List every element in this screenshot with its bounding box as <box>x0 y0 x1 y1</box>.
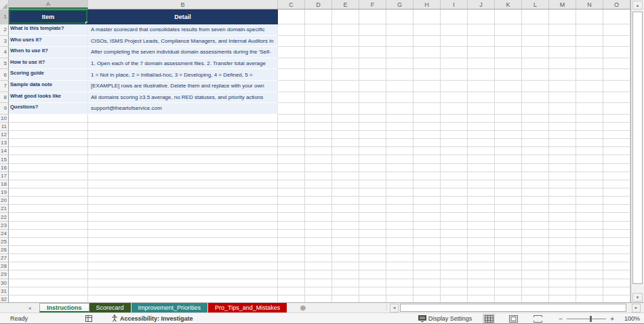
sheet-tab-scorecard[interactable]: Scorecard <box>89 303 132 312</box>
cell-N19[interactable] <box>576 188 603 197</box>
cell-E29[interactable] <box>332 270 359 279</box>
cell-L23[interactable] <box>522 222 549 230</box>
cell-B17[interactable] <box>88 172 278 180</box>
cell-M1[interactable] <box>549 9 576 24</box>
cell-O21[interactable] <box>603 205 630 213</box>
cell-H10[interactable] <box>414 115 441 123</box>
cell-I22[interactable] <box>441 213 468 221</box>
cell-I1[interactable] <box>441 9 468 24</box>
cell-L18[interactable] <box>522 180 549 188</box>
cell-F2[interactable] <box>359 24 386 36</box>
cell-I15[interactable] <box>441 155 468 163</box>
cell-I13[interactable] <box>441 139 468 147</box>
cell-M15[interactable] <box>549 155 576 163</box>
cell-G12[interactable] <box>386 131 414 139</box>
cell-B18[interactable] <box>88 180 278 188</box>
cell-I16[interactable] <box>441 164 468 172</box>
cell-G9[interactable] <box>386 103 414 115</box>
cell-D7[interactable] <box>305 81 332 92</box>
cell-N10[interactable] <box>576 115 603 123</box>
cell-G23[interactable] <box>386 222 414 230</box>
cell-I20[interactable] <box>441 197 468 205</box>
cell-F24[interactable] <box>359 230 386 238</box>
cell-J28[interactable] <box>468 262 495 270</box>
row-header-19[interactable]: 19 <box>0 188 9 197</box>
cell-O4[interactable] <box>603 47 630 58</box>
cell-A11[interactable] <box>9 123 88 131</box>
row-header-28[interactable]: 28 <box>0 262 9 270</box>
cell-D14[interactable] <box>305 147 332 155</box>
cell-H32[interactable] <box>414 296 441 302</box>
cell-O25[interactable] <box>603 238 630 246</box>
cell-C31[interactable] <box>278 287 305 296</box>
horizontal-scrollbar-thumb[interactable] <box>400 304 626 312</box>
cell-D2[interactable] <box>305 24 332 36</box>
cell-J12[interactable] <box>468 131 495 139</box>
cell-B28[interactable] <box>88 262 278 270</box>
cell-E28[interactable] <box>332 262 359 270</box>
cell-H3[interactable] <box>414 36 441 47</box>
cell-E27[interactable] <box>332 254 359 262</box>
cell-F28[interactable] <box>359 262 386 270</box>
cell-O32[interactable] <box>603 296 630 302</box>
cell-C1[interactable] <box>278 9 305 24</box>
cell-D26[interactable] <box>305 246 332 254</box>
cell-C18[interactable] <box>278 180 305 188</box>
cell-H31[interactable] <box>414 287 441 296</box>
cell-L10[interactable] <box>522 115 549 123</box>
cell-J14[interactable] <box>468 147 495 155</box>
cell-K28[interactable] <box>495 262 522 270</box>
cell-D3[interactable] <box>305 36 332 47</box>
cell-N18[interactable] <box>576 180 603 188</box>
cell-F8[interactable] <box>359 92 386 104</box>
cell-D23[interactable] <box>305 222 332 230</box>
select-all-corner[interactable] <box>0 0 9 9</box>
row-header-24[interactable]: 24 <box>0 230 9 238</box>
cell-K18[interactable] <box>495 180 522 188</box>
cell-B30[interactable] <box>88 279 278 287</box>
cell-M7[interactable] <box>549 81 576 92</box>
cell-L31[interactable] <box>522 287 549 296</box>
col-header-K[interactable]: K <box>495 0 522 9</box>
cell-A15[interactable] <box>9 155 88 163</box>
cell-I3[interactable] <box>441 36 468 47</box>
cell-B32[interactable] <box>88 296 278 302</box>
cell-F7[interactable] <box>359 81 386 92</box>
cell-M27[interactable] <box>549 254 576 262</box>
tab-scroll-splitter[interactable]: ⋮ <box>384 304 388 310</box>
cell-K14[interactable] <box>495 147 522 155</box>
cell-B2[interactable]: A master scorecard that consolidates res… <box>88 24 278 36</box>
cell-C6[interactable] <box>278 69 305 81</box>
cell-N20[interactable] <box>576 197 603 205</box>
cell-I24[interactable] <box>441 230 468 238</box>
cell-K6[interactable] <box>495 69 522 81</box>
cell-H22[interactable] <box>414 213 441 221</box>
row-header-23[interactable]: 23 <box>0 222 9 230</box>
col-header-E[interactable]: E <box>332 0 359 9</box>
cell-I4[interactable] <box>441 47 468 58</box>
cell-D13[interactable] <box>305 139 332 147</box>
cell-E13[interactable] <box>332 139 359 147</box>
row-header-18[interactable]: 18 <box>0 180 9 188</box>
cell-L4[interactable] <box>522 47 549 58</box>
cell-I30[interactable] <box>441 279 468 287</box>
cell-O2[interactable] <box>603 24 630 36</box>
cell-M23[interactable] <box>549 222 576 230</box>
cell-O13[interactable] <box>603 139 630 147</box>
cell-M31[interactable] <box>549 287 576 296</box>
cell-L21[interactable] <box>522 205 549 213</box>
cell-H17[interactable] <box>414 172 441 180</box>
cell-E15[interactable] <box>332 155 359 163</box>
cell-A22[interactable] <box>9 213 88 221</box>
cell-J17[interactable] <box>468 172 495 180</box>
cell-A2[interactable]: What is this template? <box>9 24 88 36</box>
cell-N26[interactable] <box>576 246 603 254</box>
cell-J25[interactable] <box>468 238 495 246</box>
cell-H16[interactable] <box>414 164 441 172</box>
cell-K24[interactable] <box>495 230 522 238</box>
cell-J1[interactable] <box>468 9 495 24</box>
cell-H9[interactable] <box>414 103 441 115</box>
display-settings-button[interactable]: Display Settings <box>418 315 472 322</box>
cell-E10[interactable] <box>332 115 359 123</box>
cell-C29[interactable] <box>278 270 305 279</box>
